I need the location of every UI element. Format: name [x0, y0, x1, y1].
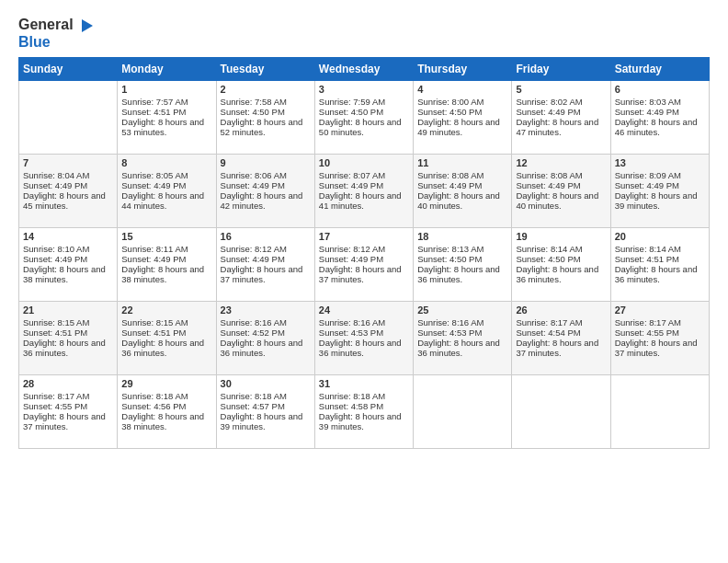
sunset-text: Sunset: 4:51 PM — [121, 107, 211, 117]
calendar-cell: 25Sunrise: 8:16 AMSunset: 4:53 PMDayligh… — [414, 302, 512, 375]
sunrise-text: Sunrise: 8:00 AM — [417, 97, 507, 107]
sunset-text: Sunset: 4:51 PM — [23, 327, 113, 338]
calendar-cell — [414, 375, 512, 449]
sunrise-text: Sunrise: 8:05 AM — [121, 170, 211, 180]
header: General Blue — [18, 17, 710, 50]
sunset-text: Sunset: 4:49 PM — [23, 254, 113, 264]
daylight-text: Daylight: 8 hours and 38 minutes. — [121, 411, 211, 431]
calendar-cell: 3Sunrise: 7:59 AMSunset: 4:50 PMDaylight… — [314, 81, 413, 155]
daylight-text: Daylight: 8 hours and 47 minutes. — [516, 117, 606, 137]
day-number: 11 — [417, 157, 507, 168]
sunset-text: Sunset: 4:56 PM — [121, 401, 211, 411]
daylight-text: Daylight: 8 hours and 44 minutes. — [121, 190, 211, 211]
day-number: 8 — [121, 157, 211, 168]
day-number: 18 — [417, 231, 507, 242]
sunset-text: Sunset: 4:49 PM — [516, 107, 606, 117]
calendar-cell: 28Sunrise: 8:17 AMSunset: 4:55 PMDayligh… — [19, 375, 118, 449]
calendar-cell: 21Sunrise: 8:15 AMSunset: 4:51 PMDayligh… — [19, 302, 118, 375]
calendar-cell: 16Sunrise: 8:12 AMSunset: 4:49 PMDayligh… — [216, 228, 314, 302]
daylight-text: Daylight: 8 hours and 42 minutes. — [221, 190, 311, 211]
daylight-text: Daylight: 8 hours and 39 minutes. — [319, 411, 409, 431]
sunrise-text: Sunrise: 8:13 AM — [417, 244, 507, 254]
day-number: 29 — [121, 378, 211, 389]
sunset-text: Sunset: 4:49 PM — [615, 180, 705, 190]
calendar-cell: 17Sunrise: 8:12 AMSunset: 4:49 PMDayligh… — [314, 228, 413, 302]
calendar-cell: 5Sunrise: 8:02 AMSunset: 4:49 PMDaylight… — [512, 81, 610, 155]
daylight-text: Daylight: 8 hours and 49 minutes. — [417, 117, 507, 137]
day-number: 9 — [221, 157, 311, 168]
calendar-cell: 1Sunrise: 7:57 AMSunset: 4:51 PMDaylight… — [118, 81, 216, 155]
calendar-cell: 14Sunrise: 8:10 AMSunset: 4:49 PMDayligh… — [19, 228, 118, 302]
sunset-text: Sunset: 4:58 PM — [319, 401, 409, 411]
calendar-table: SundayMondayTuesdayWednesdayThursdayFrid… — [18, 57, 710, 449]
daylight-text: Daylight: 8 hours and 38 minutes. — [23, 264, 113, 284]
sunset-text: Sunset: 4:50 PM — [221, 107, 311, 117]
sunrise-text: Sunrise: 8:12 AM — [319, 244, 409, 254]
sunset-text: Sunset: 4:53 PM — [417, 327, 507, 338]
logo-container: General Blue — [18, 17, 96, 50]
daylight-text: Daylight: 8 hours and 36 minutes. — [221, 338, 311, 358]
calendar-cell: 2Sunrise: 7:58 AMSunset: 4:50 PMDaylight… — [216, 81, 314, 155]
daylight-text: Daylight: 8 hours and 38 minutes. — [121, 264, 211, 284]
calendar-cell: 11Sunrise: 8:08 AMSunset: 4:49 PMDayligh… — [414, 155, 512, 228]
daylight-text: Daylight: 8 hours and 53 minutes. — [121, 117, 211, 137]
day-number: 14 — [23, 231, 113, 242]
daylight-text: Daylight: 8 hours and 46 minutes. — [615, 117, 705, 137]
week-row-1: 1Sunrise: 7:57 AMSunset: 4:51 PMDaylight… — [19, 81, 710, 155]
daylight-text: Daylight: 8 hours and 37 minutes. — [221, 264, 311, 284]
sunset-text: Sunset: 4:49 PM — [319, 254, 409, 264]
daylight-text: Daylight: 8 hours and 40 minutes. — [516, 190, 606, 211]
sunrise-text: Sunrise: 8:07 AM — [319, 170, 409, 180]
day-number: 30 — [221, 378, 311, 389]
sunrise-text: Sunrise: 8:16 AM — [417, 317, 507, 327]
day-number: 26 — [516, 304, 606, 316]
day-number: 5 — [516, 84, 606, 95]
sunrise-text: Sunrise: 8:12 AM — [221, 244, 311, 254]
sunrise-text: Sunrise: 8:18 AM — [319, 391, 409, 401]
sunrise-text: Sunrise: 8:16 AM — [319, 317, 409, 327]
sunset-text: Sunset: 4:49 PM — [23, 180, 113, 190]
day-number: 15 — [121, 231, 211, 242]
daylight-text: Daylight: 8 hours and 36 minutes. — [23, 338, 113, 358]
sunrise-text: Sunrise: 7:58 AM — [221, 97, 311, 107]
day-number: 31 — [319, 378, 409, 389]
header-day-thursday: Thursday — [414, 58, 512, 81]
sunset-text: Sunset: 4:49 PM — [121, 254, 211, 264]
day-number: 22 — [121, 304, 211, 316]
day-number: 28 — [23, 378, 113, 389]
day-number: 17 — [319, 231, 409, 242]
daylight-text: Daylight: 8 hours and 37 minutes. — [319, 264, 409, 284]
daylight-text: Daylight: 8 hours and 37 minutes. — [615, 338, 705, 358]
daylight-text: Daylight: 8 hours and 37 minutes. — [23, 411, 113, 431]
sunset-text: Sunset: 4:50 PM — [417, 254, 507, 264]
logo-blue: Blue — [18, 34, 51, 50]
sunrise-text: Sunrise: 8:17 AM — [516, 317, 606, 327]
sunrise-text: Sunrise: 8:10 AM — [23, 244, 113, 254]
sunset-text: Sunset: 4:50 PM — [417, 107, 507, 117]
calendar-cell: 13Sunrise: 8:09 AMSunset: 4:49 PMDayligh… — [610, 155, 709, 228]
calendar-cell: 10Sunrise: 8:07 AMSunset: 4:49 PMDayligh… — [314, 155, 413, 228]
sunrise-text: Sunrise: 8:09 AM — [615, 170, 705, 180]
day-number: 24 — [319, 304, 409, 316]
calendar-cell: 27Sunrise: 8:17 AMSunset: 4:55 PMDayligh… — [610, 302, 709, 375]
daylight-text: Daylight: 8 hours and 41 minutes. — [319, 190, 409, 211]
sunset-text: Sunset: 4:49 PM — [221, 180, 311, 190]
calendar-cell — [19, 81, 118, 155]
week-row-4: 21Sunrise: 8:15 AMSunset: 4:51 PMDayligh… — [19, 302, 710, 375]
week-row-5: 28Sunrise: 8:17 AMSunset: 4:55 PMDayligh… — [19, 375, 710, 449]
week-row-2: 7Sunrise: 8:04 AMSunset: 4:49 PMDaylight… — [19, 155, 710, 228]
calendar-cell: 24Sunrise: 8:16 AMSunset: 4:53 PMDayligh… — [314, 302, 413, 375]
svg-marker-0 — [82, 19, 93, 32]
header-day-tuesday: Tuesday — [216, 58, 314, 81]
sunset-text: Sunset: 4:51 PM — [121, 327, 211, 338]
sunrise-text: Sunrise: 8:02 AM — [516, 97, 606, 107]
sunset-text: Sunset: 4:49 PM — [417, 180, 507, 190]
daylight-text: Daylight: 8 hours and 36 minutes. — [615, 264, 705, 284]
calendar-cell: 12Sunrise: 8:08 AMSunset: 4:49 PMDayligh… — [512, 155, 610, 228]
sunset-text: Sunset: 4:50 PM — [516, 254, 606, 264]
sunrise-text: Sunrise: 8:18 AM — [121, 391, 211, 401]
calendar-cell: 31Sunrise: 8:18 AMSunset: 4:58 PMDayligh… — [314, 375, 413, 449]
calendar-header-row: SundayMondayTuesdayWednesdayThursdayFrid… — [19, 58, 710, 81]
day-number: 3 — [319, 84, 409, 95]
calendar-cell: 30Sunrise: 8:18 AMSunset: 4:57 PMDayligh… — [216, 375, 314, 449]
